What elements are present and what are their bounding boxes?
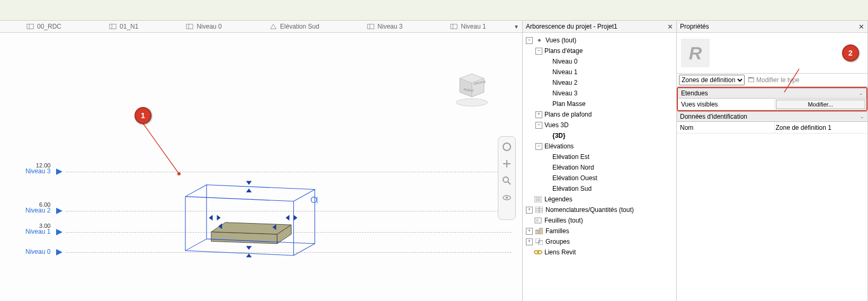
svg-marker-23 — [217, 215, 221, 221]
floorplan-icon — [367, 23, 374, 30]
pan-icon[interactable] — [501, 158, 513, 170]
tree-node-niveau-3[interactable]: Niveau 3 — [525, 88, 674, 99]
tree-node-floorplans[interactable]: −Plans d'étage — [525, 46, 674, 56]
orbit-icon[interactable] — [501, 192, 513, 203]
tree-node-groups[interactable]: +Groupes — [525, 236, 674, 247]
svg-line-39 — [142, 122, 179, 174]
tree-node-elev-sud[interactable]: Elévation Sud — [525, 183, 674, 194]
tree-node-plan-masse[interactable]: Plan Masse — [525, 99, 674, 109]
svg-rect-9 — [451, 24, 457, 29]
project-browser-header[interactable]: Arborescence du projet - Projet1 ✕ — [523, 21, 676, 33]
prop-label-nom: Nom — [677, 122, 775, 134]
annotation-1: 1 — [135, 107, 151, 124]
tab-niveau-0[interactable]: Niveau 0 — [186, 23, 221, 30]
tree-node-schedules[interactable]: +Nomenclatures/Quantités (tout) — [525, 205, 674, 215]
tree-node-3d-active[interactable]: {3D} — [525, 130, 674, 141]
tree-node-niveau-0[interactable]: Niveau 0 — [525, 56, 674, 67]
tree-node-sheets[interactable]: Feuilles (tout) — [525, 215, 674, 226]
zoom-icon[interactable] — [501, 175, 513, 187]
tab-01-n1[interactable]: 01_N1 — [109, 23, 138, 30]
svg-marker-6 — [271, 24, 276, 29]
panel-title: Propriétés — [680, 23, 709, 30]
properties-panel: Propriétés ✕ R 2 Zones de définition 🗔 — [677, 21, 868, 301]
svg-rect-52 — [540, 228, 543, 234]
svg-rect-2 — [110, 24, 116, 29]
level-marker-icon — [56, 169, 62, 175]
svg-marker-12 — [211, 223, 291, 234]
schedule-icon — [535, 206, 543, 214]
svg-marker-25 — [293, 215, 297, 221]
canvas-3d-view[interactable]: 12.00 Niveau 3 6.00 Niveau 2 3.00 Niveau… — [0, 33, 522, 301]
tree-node-elev-ouest[interactable]: Elévation Ouest — [525, 173, 674, 183]
annotation-2: 2 — [842, 45, 859, 61]
svg-point-40 — [177, 172, 181, 175]
svg-line-16 — [293, 244, 315, 255]
floorplan-icon — [186, 23, 193, 30]
type-selector[interactable]: Zones de définition — [679, 75, 745, 85]
group-icon — [535, 238, 543, 245]
level-label-niveau-1: 3.00 Niveau 1 — [25, 223, 50, 235]
modifier-button[interactable]: Modifier... — [776, 100, 866, 109]
tab-elevation-sud[interactable]: Elévation Sud — [270, 23, 319, 30]
tree-node-elev-est[interactable]: Elévation Est — [525, 152, 674, 162]
tree-node-legends[interactable]: Légendes — [525, 194, 674, 205]
prop-label-vues-visibles: Vues visibles — [678, 99, 775, 110]
tab-00-rdc[interactable]: 00_RDC — [26, 23, 61, 30]
tree-node-views[interactable]: −⌖Vues (tout) — [525, 35, 674, 46]
scope-box-3d[interactable] — [175, 171, 323, 255]
svg-line-14 — [185, 185, 207, 197]
properties-header[interactable]: Propriétés ✕ — [677, 21, 867, 33]
sheet-icon — [534, 217, 542, 224]
svg-point-30 — [456, 99, 488, 106]
view-tabs-bar: 00_RDC 01_N1 Niveau 0 — [0, 21, 522, 33]
edit-type-button[interactable]: 🗔 Modifier le type — [748, 76, 865, 84]
annotation-2-line — [784, 69, 800, 93]
tab-label: Elévation Sud — [280, 23, 319, 30]
tab-label: 01_N1 — [120, 23, 138, 30]
svg-line-57 — [784, 69, 799, 92]
svg-point-34 — [503, 143, 511, 150]
panel-title: Arborescence du projet - Projet1 — [526, 23, 618, 30]
section-identification[interactable]: Données d'identification⌄ — [677, 111, 867, 122]
floorplan-icon — [450, 23, 458, 30]
edit-type-icon: 🗔 — [748, 76, 754, 84]
tree-node-niveau-2[interactable]: Niveau 2 — [525, 77, 674, 88]
tree-node-ceiling-plans[interactable]: +Plans de plafond — [525, 109, 674, 120]
annotation-1-line — [142, 122, 190, 175]
level-label-niveau-3: 12.00 Niveau 3 — [25, 162, 50, 175]
svg-point-35 — [503, 177, 508, 182]
svg-marker-21 — [246, 253, 252, 257]
svg-line-15 — [293, 190, 315, 201]
tree-node-niveau-1[interactable]: Niveau 1 — [525, 67, 674, 77]
section-etendues[interactable]: Etendues⌄ — [678, 88, 866, 99]
tree-node-elevations[interactable]: −Elévations — [525, 141, 674, 152]
prop-value-nom[interactable]: Zone de définition 1 — [775, 122, 868, 134]
legend-icon — [534, 196, 542, 203]
tree-node-elev-nord[interactable]: Elévation Nord — [525, 162, 674, 173]
viewcube[interactable]: AVANT DROITE — [453, 70, 490, 107]
close-icon[interactable]: ✕ — [858, 23, 864, 31]
svg-rect-51 — [535, 230, 539, 234]
expand-icon[interactable]: ⌄ — [860, 114, 864, 119]
tree-node-families[interactable]: +Familles — [525, 226, 674, 236]
level-label-niveau-0: Niveau 0 — [25, 248, 50, 255]
link-icon — [534, 249, 542, 256]
tab-label: Niveau 3 — [378, 23, 402, 30]
tree-node-revit-links[interactable]: Liens Revit — [525, 247, 674, 258]
tree-node-3d-views[interactable]: −Vues 3D — [525, 120, 674, 130]
tab-label: 00_RDC — [37, 23, 61, 30]
tab-niveau-1[interactable]: Niveau 1 — [450, 23, 486, 30]
close-icon[interactable]: ✕ — [667, 23, 673, 31]
svg-rect-7 — [368, 24, 374, 29]
svg-point-38 — [506, 197, 508, 199]
tab-niveau-3[interactable]: Niveau 3 — [367, 23, 402, 30]
full-nav-wheel-icon[interactable] — [501, 141, 513, 153]
svg-point-28 — [311, 197, 317, 203]
expand-icon[interactable]: ⌄ — [859, 91, 863, 96]
svg-marker-24 — [285, 215, 289, 221]
svg-rect-4 — [186, 24, 193, 29]
tab-label: Niveau 0 — [196, 23, 221, 30]
tabs-overflow-icon[interactable]: ▼ — [514, 24, 519, 30]
svg-marker-20 — [246, 246, 252, 250]
svg-marker-18 — [246, 181, 252, 185]
